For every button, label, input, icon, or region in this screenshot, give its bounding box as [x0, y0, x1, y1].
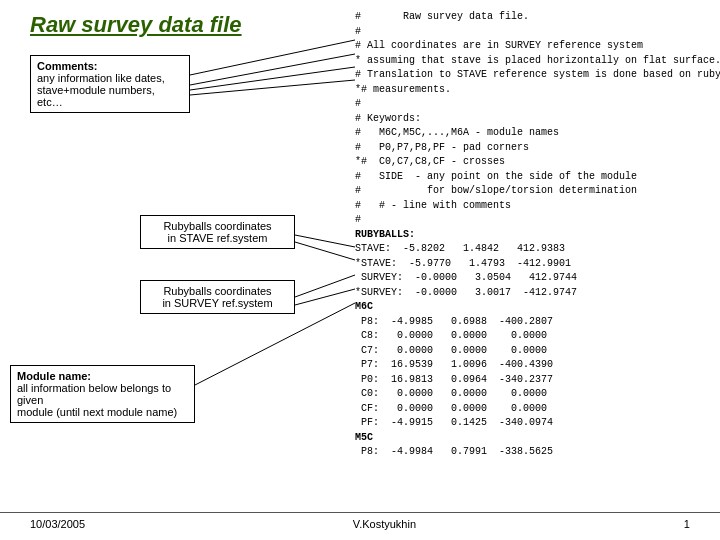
code-line-7: # Keywords: [355, 112, 715, 127]
code-line-12: # for bow/slope/torsion determination [355, 184, 715, 199]
page-title: Raw survey data file [30, 12, 242, 38]
code-line-0: # Raw survey data file. [355, 10, 715, 25]
code-line-28: PF: -4.9915 0.1425 -340.0974 [355, 416, 715, 431]
svg-line-6 [295, 275, 355, 297]
svg-line-5 [295, 242, 355, 260]
code-line-13: # # - line with comments [355, 199, 715, 214]
svg-line-4 [295, 235, 355, 247]
footer-page: 1 [684, 518, 690, 530]
code-line-21: P8: -4.9985 0.6988 -400.2807 [355, 315, 715, 330]
code-line-4: # Translation to STAVE reference system … [355, 68, 715, 83]
comments-text: any information like dates, stave+module… [37, 72, 183, 108]
svg-line-7 [295, 289, 355, 305]
rubyballs-survey-text: Rubyballs coordinates in SURVEY ref.syst… [147, 285, 288, 309]
code-line-8: # M6C,M5C,...,M6A - module names [355, 126, 715, 141]
code-line-24: P7: 16.9539 1.0096 -400.4390 [355, 358, 715, 373]
rubyballs-stave-text: Rubyballs coordinates in STAVE ref.syste… [147, 220, 288, 244]
rubyballs-survey-box: Rubyballs coordinates in SURVEY ref.syst… [140, 280, 295, 314]
code-line-14: # [355, 213, 715, 228]
code-line-2: # All coordinates are in SURVEY referenc… [355, 39, 715, 54]
footer-date: 10/03/2005 [30, 518, 85, 530]
module-box: Module name: all information below belon… [10, 365, 195, 423]
comments-box: Comments: any information like dates, st… [30, 55, 190, 113]
code-line-26: C0: 0.0000 0.0000 0.0000 [355, 387, 715, 402]
code-line-5: *# measurements. [355, 83, 715, 98]
code-line-23: C7: 0.0000 0.0000 0.0000 [355, 344, 715, 359]
code-line-15: RUBYBALLS: [355, 228, 715, 243]
code-line-30: P8: -4.9984 0.7991 -338.5625 [355, 445, 715, 460]
svg-line-2 [190, 67, 355, 90]
code-line-25: P0: 16.9813 0.0964 -340.2377 [355, 373, 715, 388]
code-line-11: # SIDE - any point on the side of the mo… [355, 170, 715, 185]
svg-line-1 [190, 54, 355, 85]
svg-line-3 [190, 80, 355, 95]
code-line-29: M5C [355, 431, 715, 446]
comments-label: Comments: [37, 60, 183, 72]
code-line-16: STAVE: -5.8202 1.4842 412.9383 [355, 242, 715, 257]
module-text: all information below belongs to given m… [17, 382, 188, 418]
code-line-22: C8: 0.0000 0.0000 0.0000 [355, 329, 715, 344]
code-line-19: *SURVEY: -0.0000 3.0017 -412.9747 [355, 286, 715, 301]
footer-author: V.Kostyukhin [353, 518, 416, 530]
code-line-10: *# C0,C7,C8,CF - crosses [355, 155, 715, 170]
code-line-3: * assuming that stave is placed horizont… [355, 54, 715, 69]
code-line-20: M6C [355, 300, 715, 315]
code-area: # Raw survey data file.## All coordinate… [355, 10, 715, 495]
code-line-17: *STAVE: -5.9770 1.4793 -412.9901 [355, 257, 715, 272]
code-line-18: SURVEY: -0.0000 3.0504 412.9744 [355, 271, 715, 286]
code-line-27: CF: 0.0000 0.0000 0.0000 [355, 402, 715, 417]
code-line-1: # [355, 25, 715, 40]
code-line-9: # P0,P7,P8,PF - pad corners [355, 141, 715, 156]
code-line-6: # [355, 97, 715, 112]
svg-line-0 [190, 40, 355, 75]
svg-line-8 [195, 303, 355, 385]
footer: 10/03/2005 V.Kostyukhin 1 [0, 512, 720, 530]
rubyballs-stave-box: Rubyballs coordinates in STAVE ref.syste… [140, 215, 295, 249]
module-label: Module name: [17, 370, 188, 382]
